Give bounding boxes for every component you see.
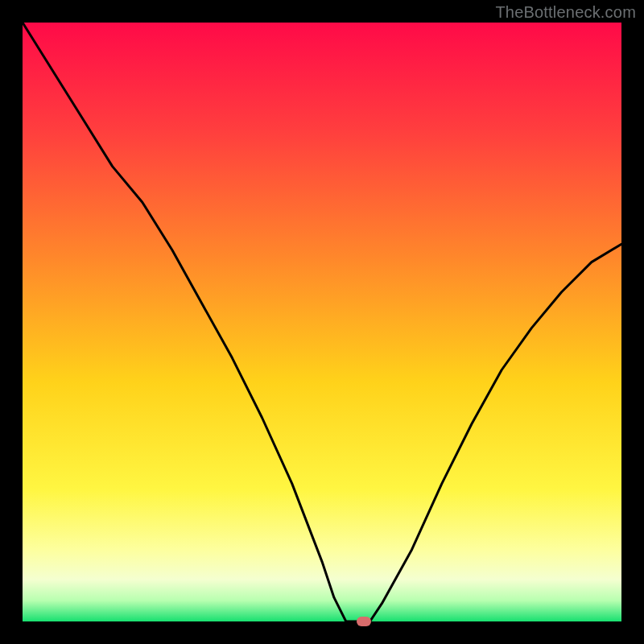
chart-frame: TheBottleneck.com [0,0,644,644]
plot-area [23,23,621,621]
gradient-background [23,23,621,621]
bottleneck-marker [357,617,371,626]
watermark-text: TheBottleneck.com [495,3,636,22]
plot-svg [23,23,621,621]
